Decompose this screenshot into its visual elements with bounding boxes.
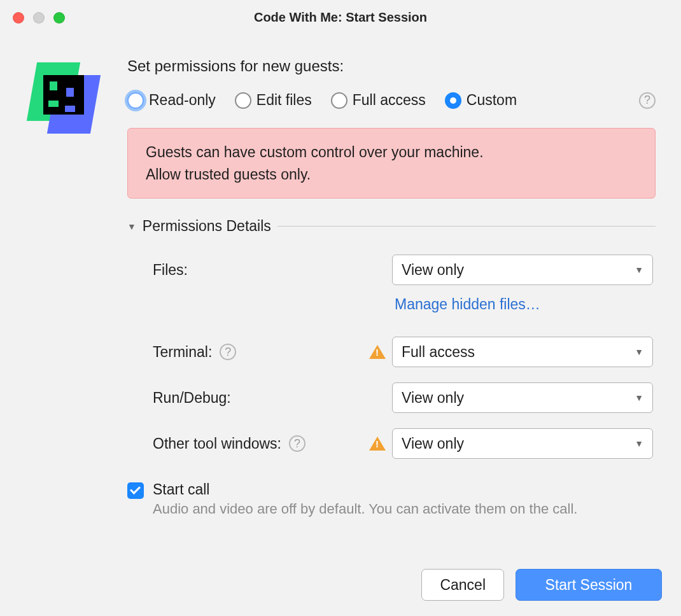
content-area: Set permissions for new guests: Read-onl… bbox=[0, 34, 681, 536]
code-with-me-icon bbox=[32, 62, 95, 132]
checkbox-label: Start call bbox=[153, 481, 577, 498]
help-icon[interactable]: ? bbox=[220, 344, 236, 360]
radio-read-only[interactable]: Read-only bbox=[127, 92, 216, 109]
window-title: Code With Me: Start Session bbox=[254, 10, 427, 25]
perm-row-files: Files: View only ▼ bbox=[153, 254, 653, 286]
main-column: Set permissions for new guests: Read-onl… bbox=[127, 57, 662, 517]
titlebar: Code With Me: Start Session bbox=[0, 0, 681, 34]
permissions-details-header[interactable]: ▼ Permissions Details bbox=[127, 218, 656, 235]
dialog-footer: Cancel Start Session bbox=[421, 569, 662, 601]
chevron-down-icon: ▼ bbox=[635, 393, 643, 403]
radio-icon bbox=[127, 92, 144, 109]
radio-custom[interactable]: Custom bbox=[445, 92, 517, 109]
start-call-checkbox[interactable] bbox=[127, 482, 144, 499]
files-select[interactable]: View only ▼ bbox=[392, 255, 653, 285]
select-value: View only bbox=[402, 262, 464, 279]
radio-label: Full access bbox=[353, 92, 426, 109]
radio-icon bbox=[235, 92, 251, 109]
dialog-window: Code With Me: Start Session Set permissi… bbox=[0, 0, 681, 616]
start-call-text: Start call Audio and video are off by de… bbox=[153, 481, 577, 517]
divider bbox=[277, 226, 656, 227]
warning-line-1: Guests can have custom control over your… bbox=[146, 141, 637, 164]
radio-label: Read-only bbox=[149, 92, 216, 109]
zoom-window-button[interactable] bbox=[53, 12, 65, 24]
help-icon[interactable]: ? bbox=[289, 435, 305, 452]
chevron-down-icon: ▼ bbox=[635, 438, 643, 449]
radio-label: Edit files bbox=[256, 92, 312, 109]
start-session-button[interactable]: Start Session bbox=[516, 569, 662, 601]
select-value: View only bbox=[402, 389, 464, 407]
minimize-window-button[interactable] bbox=[33, 12, 45, 24]
permissions-heading: Set permissions for new guests: bbox=[127, 57, 656, 75]
icon-column bbox=[19, 57, 127, 517]
select-value: View only bbox=[402, 435, 464, 452]
perm-label-files: Files: bbox=[153, 262, 369, 279]
perm-label-terminal: Terminal: ? bbox=[153, 344, 369, 361]
manage-hidden-files-link[interactable]: Manage hidden files… bbox=[395, 296, 540, 312]
terminal-select[interactable]: Full access ▼ bbox=[392, 337, 653, 367]
chevron-down-icon: ▼ bbox=[635, 265, 643, 275]
custom-warning-banner: Guests can have custom control over your… bbox=[127, 128, 656, 199]
permission-details-body: Files: View only ▼ Manage hidden files… bbox=[127, 254, 656, 459]
other-tools-select[interactable]: View only ▼ bbox=[392, 428, 653, 459]
chevron-down-icon: ▼ bbox=[635, 347, 643, 357]
help-icon[interactable]: ? bbox=[639, 92, 656, 109]
warning-icon bbox=[369, 437, 386, 451]
section-label: Permissions Details bbox=[143, 218, 271, 235]
radio-full-access[interactable]: Full access bbox=[331, 92, 426, 109]
perm-label-rundebug: Run/Debug: bbox=[153, 389, 369, 407]
label-text: Other tool windows: bbox=[153, 435, 281, 452]
radio-label: Custom bbox=[467, 92, 517, 109]
start-call-block: Start call Audio and video are off by de… bbox=[127, 481, 656, 517]
permission-radio-group: Read-only Edit files Full access Custom … bbox=[127, 92, 656, 109]
label-text: Terminal: bbox=[153, 344, 212, 361]
warning-icon bbox=[369, 345, 386, 359]
radio-icon bbox=[331, 92, 348, 109]
chevron-down-icon: ▼ bbox=[127, 221, 136, 232]
manage-hidden-files-row: Manage hidden files… bbox=[153, 296, 653, 313]
perm-label-other-tools: Other tool windows: ? bbox=[153, 435, 369, 452]
close-window-button[interactable] bbox=[13, 12, 24, 24]
select-value: Full access bbox=[402, 344, 475, 361]
radio-icon bbox=[445, 92, 461, 109]
perm-row-other-tools: Other tool windows: ? View only ▼ bbox=[153, 428, 653, 459]
perm-row-terminal: Terminal: ? Full access ▼ bbox=[153, 336, 653, 368]
rundebug-select[interactable]: View only ▼ bbox=[392, 382, 653, 413]
perm-row-rundebug: Run/Debug: View only ▼ bbox=[153, 382, 653, 414]
warning-line-2: Allow trusted guests only. bbox=[146, 164, 637, 186]
traffic-lights bbox=[13, 12, 65, 24]
cancel-button[interactable]: Cancel bbox=[421, 569, 504, 601]
radio-edit-files[interactable]: Edit files bbox=[235, 92, 312, 109]
checkbox-description: Audio and video are off by default. You … bbox=[153, 501, 577, 517]
